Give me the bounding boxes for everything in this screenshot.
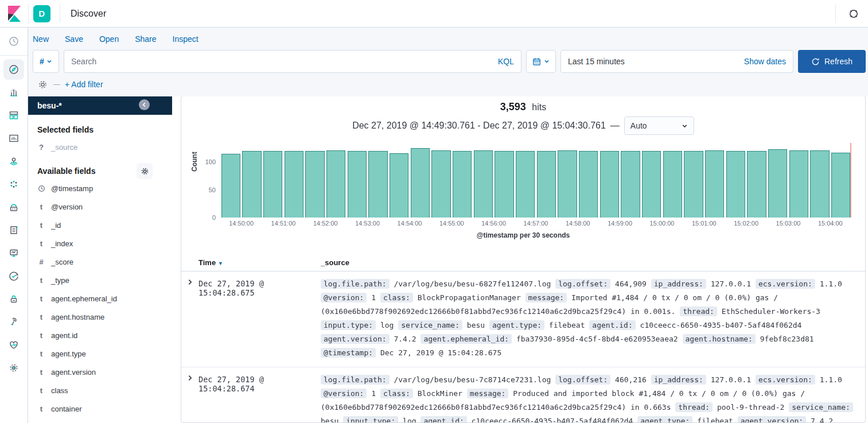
expand-doc-button[interactable]	[181, 373, 198, 385]
field-item-_source[interactable]: ?_source	[28, 138, 172, 156]
x-tick-label: 14:59:00	[608, 220, 632, 227]
sidebar-item-canvas[interactable]	[0, 127, 28, 150]
histogram-bar[interactable]	[810, 150, 830, 218]
sidebar-item-machine-learning[interactable]	[0, 173, 28, 196]
field-item-_index[interactable]: t_index	[28, 234, 172, 253]
app-switcher-icon[interactable]	[844, 4, 863, 24]
collapse-sidebar-button[interactable]	[139, 99, 150, 110]
field-item-agent.hostname[interactable]: tagent.hostname	[28, 308, 172, 326]
histogram-chart[interactable]: Count 050100 14:50:0014:51:0014:52:0014:…	[190, 143, 856, 245]
field-settings-gear-icon[interactable]	[137, 163, 153, 179]
histogram-bar[interactable]	[348, 151, 367, 218]
new-button[interactable]: New	[33, 34, 49, 44]
field-item-_score[interactable]: #_score	[28, 253, 172, 271]
interval-select[interactable]: Auto	[624, 117, 694, 135]
histogram-bar[interactable]	[684, 151, 703, 218]
source-field-value: 460,216	[610, 375, 651, 384]
histogram-bar[interactable]	[453, 151, 472, 218]
source-field-value: Dec 27, 2019 @ 15:04:28.675	[376, 348, 501, 357]
date-range-value[interactable]: Last 15 minutes	[568, 57, 625, 66]
sidebar-item-siem[interactable]	[0, 288, 28, 311]
histogram-bar[interactable]	[368, 151, 388, 218]
recently-viewed-icon[interactable]	[0, 30, 28, 53]
field-item-_id[interactable]: t_id	[28, 216, 172, 234]
inspect-button[interactable]: Inspect	[173, 34, 198, 44]
field-item-agent.version[interactable]: tagent.version	[28, 363, 172, 381]
field-name: container	[51, 405, 81, 413]
open-button[interactable]: Open	[99, 34, 119, 44]
histogram-bar[interactable]	[495, 151, 514, 218]
index-pattern-selector[interactable]: besu-*	[28, 96, 172, 115]
field-item-class[interactable]: tclass	[28, 381, 172, 399]
histogram-bar[interactable]	[726, 151, 746, 218]
field-item-@timestamp[interactable]: @timestamp	[28, 179, 172, 197]
field-item-agent.id[interactable]: tagent.id	[28, 326, 172, 344]
source-field-value: pool-9-thread-2	[713, 403, 789, 412]
histogram-bar[interactable]	[242, 151, 262, 218]
field-item-agent.ephemeral_id[interactable]: tagent.ephemeral_id	[28, 289, 172, 308]
kql-language-button[interactable]: KQL	[498, 57, 514, 66]
add-filter-button[interactable]: + Add filter	[65, 80, 103, 89]
filter-options-gear-icon[interactable]	[36, 78, 49, 91]
saved-query-menu-button[interactable]: #	[33, 50, 59, 73]
field-item-_type[interactable]: t_type	[28, 271, 172, 289]
sidebar-item-uptime[interactable]	[0, 265, 28, 288]
field-item-agent.type[interactable]: tagent.type	[28, 344, 172, 363]
histogram-bar[interactable]	[747, 151, 766, 218]
histogram-bar[interactable]	[221, 154, 241, 218]
histogram-bar[interactable]	[537, 151, 556, 218]
histogram-bar[interactable]	[305, 151, 325, 218]
search-input[interactable]	[71, 57, 493, 66]
sidebar-item-discover[interactable]	[0, 58, 28, 81]
show-dates-button[interactable]: Show dates	[744, 57, 786, 66]
search-bar[interactable]: KQL	[64, 50, 521, 73]
field-item-container[interactable]: tcontainer	[28, 399, 172, 418]
kibana-logo[interactable]	[0, 0, 28, 27]
share-button[interactable]: Share	[135, 34, 156, 44]
sort-desc-icon[interactable]: ▼	[218, 261, 223, 266]
histogram-bar[interactable]	[431, 150, 451, 218]
refresh-button[interactable]: Refresh	[798, 50, 866, 73]
histogram-bar[interactable]	[474, 150, 493, 218]
date-quick-select-button[interactable]	[526, 50, 556, 73]
doc-time: Dec 27, 2019 @ 15:04:28.675	[198, 277, 321, 360]
field-name: _type	[51, 276, 69, 285]
sidebar-item-dashboard[interactable]	[0, 104, 28, 127]
histogram-bar[interactable]	[579, 151, 598, 218]
text-field-icon: t	[37, 368, 45, 377]
histogram-bar[interactable]	[263, 151, 283, 218]
header-divider	[835, 5, 836, 23]
sidebar-item-metrics[interactable]	[0, 242, 28, 265]
sidebar-item-apm[interactable]	[0, 196, 28, 219]
histogram-bar[interactable]	[621, 151, 640, 218]
date-range-picker[interactable]: Last 15 minutes Show dates	[560, 50, 793, 73]
histogram-bar[interactable]	[411, 148, 430, 218]
field-item-@version[interactable]: t@version	[28, 197, 172, 216]
text-field-icon: t	[37, 203, 45, 211]
histogram-bar[interactable]	[390, 153, 409, 218]
sidebar-item-visualize[interactable]	[0, 81, 28, 104]
header-divider	[60, 5, 60, 23]
histogram-bar[interactable]	[789, 150, 809, 218]
histogram-bar[interactable]	[831, 153, 851, 218]
histogram-bar[interactable]	[705, 150, 725, 218]
histogram-bar[interactable]	[600, 151, 620, 218]
sidebar-item-management[interactable]	[0, 356, 28, 379]
histogram-bar[interactable]	[326, 150, 346, 218]
histogram-bar[interactable]	[768, 149, 788, 218]
discover-app-badge[interactable]: D	[33, 5, 50, 22]
sidebar-item-logs[interactable]	[0, 219, 28, 242]
save-button[interactable]: Save	[65, 34, 83, 44]
expand-doc-button[interactable]	[181, 277, 198, 289]
x-tick-label: 14:54:00	[398, 220, 422, 227]
sidebar-item-stack-monitoring[interactable]	[0, 333, 28, 356]
sidebar-item-dev-tools[interactable]	[0, 311, 28, 333]
histogram-bar[interactable]	[285, 151, 304, 218]
sidebar-item-maps[interactable]	[0, 150, 28, 173]
histogram-bar[interactable]	[558, 150, 577, 218]
time-column-header[interactable]: Time▼	[198, 258, 321, 267]
range-dash: —	[610, 121, 620, 131]
histogram-bar[interactable]	[663, 151, 683, 218]
histogram-bar[interactable]	[642, 151, 661, 218]
histogram-bar[interactable]	[516, 151, 535, 218]
